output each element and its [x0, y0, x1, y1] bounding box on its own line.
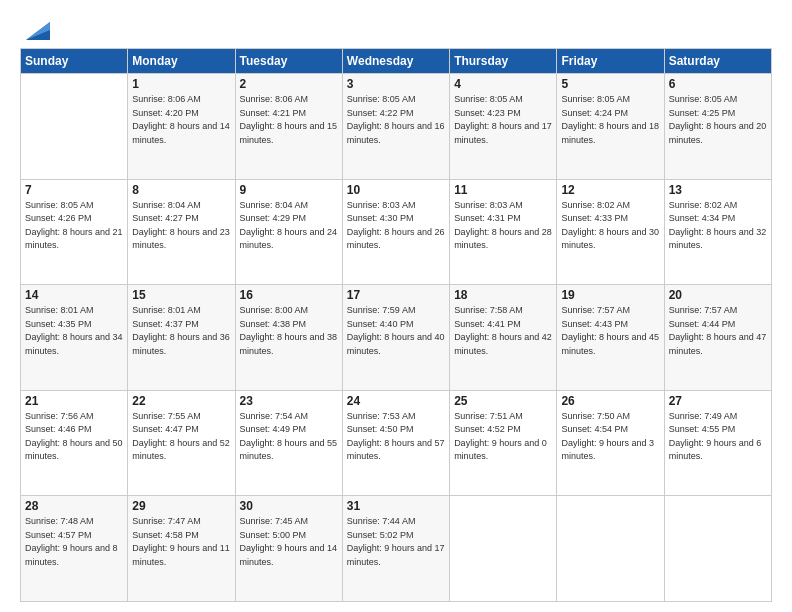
- day-number: 20: [669, 288, 767, 302]
- calendar-cell: 21Sunrise: 7:56 AMSunset: 4:46 PMDayligh…: [21, 390, 128, 496]
- calendar-cell: 30Sunrise: 7:45 AMSunset: 5:00 PMDayligh…: [235, 496, 342, 602]
- calendar-cell: 18Sunrise: 7:58 AMSunset: 4:41 PMDayligh…: [450, 285, 557, 391]
- day-number: 15: [132, 288, 230, 302]
- calendar-cell: 17Sunrise: 7:59 AMSunset: 4:40 PMDayligh…: [342, 285, 449, 391]
- weekday-header: Thursday: [450, 49, 557, 74]
- day-number: 23: [240, 394, 338, 408]
- day-number: 7: [25, 183, 123, 197]
- day-info: Sunrise: 8:05 AMSunset: 4:26 PMDaylight:…: [25, 199, 123, 253]
- day-info: Sunrise: 8:04 AMSunset: 4:27 PMDaylight:…: [132, 199, 230, 253]
- calendar-cell: 6Sunrise: 8:05 AMSunset: 4:25 PMDaylight…: [664, 74, 771, 180]
- day-info: Sunrise: 7:53 AMSunset: 4:50 PMDaylight:…: [347, 410, 445, 464]
- calendar-cell: 1Sunrise: 8:06 AMSunset: 4:20 PMDaylight…: [128, 74, 235, 180]
- day-number: 8: [132, 183, 230, 197]
- day-info: Sunrise: 8:00 AMSunset: 4:38 PMDaylight:…: [240, 304, 338, 358]
- calendar-week-row: 1Sunrise: 8:06 AMSunset: 4:20 PMDaylight…: [21, 74, 772, 180]
- calendar-cell: 5Sunrise: 8:05 AMSunset: 4:24 PMDaylight…: [557, 74, 664, 180]
- day-info: Sunrise: 7:58 AMSunset: 4:41 PMDaylight:…: [454, 304, 552, 358]
- day-number: 16: [240, 288, 338, 302]
- calendar-cell: 23Sunrise: 7:54 AMSunset: 4:49 PMDayligh…: [235, 390, 342, 496]
- calendar-cell: 19Sunrise: 7:57 AMSunset: 4:43 PMDayligh…: [557, 285, 664, 391]
- day-number: 22: [132, 394, 230, 408]
- day-info: Sunrise: 8:03 AMSunset: 4:31 PMDaylight:…: [454, 199, 552, 253]
- day-info: Sunrise: 7:57 AMSunset: 4:44 PMDaylight:…: [669, 304, 767, 358]
- weekday-header: Monday: [128, 49, 235, 74]
- calendar-week-row: 7Sunrise: 8:05 AMSunset: 4:26 PMDaylight…: [21, 179, 772, 285]
- calendar-cell: 26Sunrise: 7:50 AMSunset: 4:54 PMDayligh…: [557, 390, 664, 496]
- day-info: Sunrise: 7:44 AMSunset: 5:02 PMDaylight:…: [347, 515, 445, 569]
- day-number: 30: [240, 499, 338, 513]
- calendar-cell: 13Sunrise: 8:02 AMSunset: 4:34 PMDayligh…: [664, 179, 771, 285]
- header: [20, 16, 772, 40]
- day-info: Sunrise: 8:06 AMSunset: 4:20 PMDaylight:…: [132, 93, 230, 147]
- day-number: 26: [561, 394, 659, 408]
- calendar-cell: 31Sunrise: 7:44 AMSunset: 5:02 PMDayligh…: [342, 496, 449, 602]
- day-info: Sunrise: 7:51 AMSunset: 4:52 PMDaylight:…: [454, 410, 552, 464]
- day-info: Sunrise: 7:57 AMSunset: 4:43 PMDaylight:…: [561, 304, 659, 358]
- calendar-cell: 15Sunrise: 8:01 AMSunset: 4:37 PMDayligh…: [128, 285, 235, 391]
- calendar-cell: 28Sunrise: 7:48 AMSunset: 4:57 PMDayligh…: [21, 496, 128, 602]
- day-info: Sunrise: 8:02 AMSunset: 4:33 PMDaylight:…: [561, 199, 659, 253]
- weekday-header: Saturday: [664, 49, 771, 74]
- day-number: 2: [240, 77, 338, 91]
- calendar-cell: 25Sunrise: 7:51 AMSunset: 4:52 PMDayligh…: [450, 390, 557, 496]
- day-number: 18: [454, 288, 552, 302]
- page: SundayMondayTuesdayWednesdayThursdayFrid…: [0, 0, 792, 612]
- day-info: Sunrise: 7:47 AMSunset: 4:58 PMDaylight:…: [132, 515, 230, 569]
- weekday-header: Friday: [557, 49, 664, 74]
- day-number: 6: [669, 77, 767, 91]
- calendar-cell: 20Sunrise: 7:57 AMSunset: 4:44 PMDayligh…: [664, 285, 771, 391]
- day-number: 25: [454, 394, 552, 408]
- day-number: 4: [454, 77, 552, 91]
- calendar-week-row: 14Sunrise: 8:01 AMSunset: 4:35 PMDayligh…: [21, 285, 772, 391]
- calendar-cell: 2Sunrise: 8:06 AMSunset: 4:21 PMDaylight…: [235, 74, 342, 180]
- day-info: Sunrise: 7:54 AMSunset: 4:49 PMDaylight:…: [240, 410, 338, 464]
- day-number: 21: [25, 394, 123, 408]
- day-info: Sunrise: 8:02 AMSunset: 4:34 PMDaylight:…: [669, 199, 767, 253]
- calendar-cell: 29Sunrise: 7:47 AMSunset: 4:58 PMDayligh…: [128, 496, 235, 602]
- weekday-header: Sunday: [21, 49, 128, 74]
- day-number: 24: [347, 394, 445, 408]
- day-number: 17: [347, 288, 445, 302]
- day-info: Sunrise: 8:05 AMSunset: 4:23 PMDaylight:…: [454, 93, 552, 147]
- day-number: 14: [25, 288, 123, 302]
- day-info: Sunrise: 8:06 AMSunset: 4:21 PMDaylight:…: [240, 93, 338, 147]
- calendar-header-row: SundayMondayTuesdayWednesdayThursdayFrid…: [21, 49, 772, 74]
- weekday-header: Wednesday: [342, 49, 449, 74]
- day-number: 10: [347, 183, 445, 197]
- calendar-cell: 12Sunrise: 8:02 AMSunset: 4:33 PMDayligh…: [557, 179, 664, 285]
- day-number: 3: [347, 77, 445, 91]
- day-info: Sunrise: 8:01 AMSunset: 4:35 PMDaylight:…: [25, 304, 123, 358]
- calendar-cell: 27Sunrise: 7:49 AMSunset: 4:55 PMDayligh…: [664, 390, 771, 496]
- calendar-cell: 10Sunrise: 8:03 AMSunset: 4:30 PMDayligh…: [342, 179, 449, 285]
- calendar-cell: [450, 496, 557, 602]
- day-number: 19: [561, 288, 659, 302]
- day-number: 1: [132, 77, 230, 91]
- calendar-cell: 24Sunrise: 7:53 AMSunset: 4:50 PMDayligh…: [342, 390, 449, 496]
- day-number: 27: [669, 394, 767, 408]
- day-info: Sunrise: 7:56 AMSunset: 4:46 PMDaylight:…: [25, 410, 123, 464]
- calendar-cell: 9Sunrise: 8:04 AMSunset: 4:29 PMDaylight…: [235, 179, 342, 285]
- calendar-table: SundayMondayTuesdayWednesdayThursdayFrid…: [20, 48, 772, 602]
- day-info: Sunrise: 7:48 AMSunset: 4:57 PMDaylight:…: [25, 515, 123, 569]
- calendar-cell: 4Sunrise: 8:05 AMSunset: 4:23 PMDaylight…: [450, 74, 557, 180]
- day-number: 5: [561, 77, 659, 91]
- calendar-cell: 3Sunrise: 8:05 AMSunset: 4:22 PMDaylight…: [342, 74, 449, 180]
- day-info: Sunrise: 8:03 AMSunset: 4:30 PMDaylight:…: [347, 199, 445, 253]
- logo-icon: [22, 16, 50, 44]
- logo: [20, 16, 50, 40]
- calendar-cell: 14Sunrise: 8:01 AMSunset: 4:35 PMDayligh…: [21, 285, 128, 391]
- calendar-cell: [664, 496, 771, 602]
- calendar-cell: 11Sunrise: 8:03 AMSunset: 4:31 PMDayligh…: [450, 179, 557, 285]
- day-info: Sunrise: 8:01 AMSunset: 4:37 PMDaylight:…: [132, 304, 230, 358]
- day-info: Sunrise: 8:04 AMSunset: 4:29 PMDaylight:…: [240, 199, 338, 253]
- calendar-cell: 16Sunrise: 8:00 AMSunset: 4:38 PMDayligh…: [235, 285, 342, 391]
- calendar-cell: [21, 74, 128, 180]
- day-info: Sunrise: 7:49 AMSunset: 4:55 PMDaylight:…: [669, 410, 767, 464]
- calendar-week-row: 21Sunrise: 7:56 AMSunset: 4:46 PMDayligh…: [21, 390, 772, 496]
- calendar-week-row: 28Sunrise: 7:48 AMSunset: 4:57 PMDayligh…: [21, 496, 772, 602]
- day-info: Sunrise: 8:05 AMSunset: 4:24 PMDaylight:…: [561, 93, 659, 147]
- day-info: Sunrise: 7:59 AMSunset: 4:40 PMDaylight:…: [347, 304, 445, 358]
- day-info: Sunrise: 7:50 AMSunset: 4:54 PMDaylight:…: [561, 410, 659, 464]
- calendar-cell: [557, 496, 664, 602]
